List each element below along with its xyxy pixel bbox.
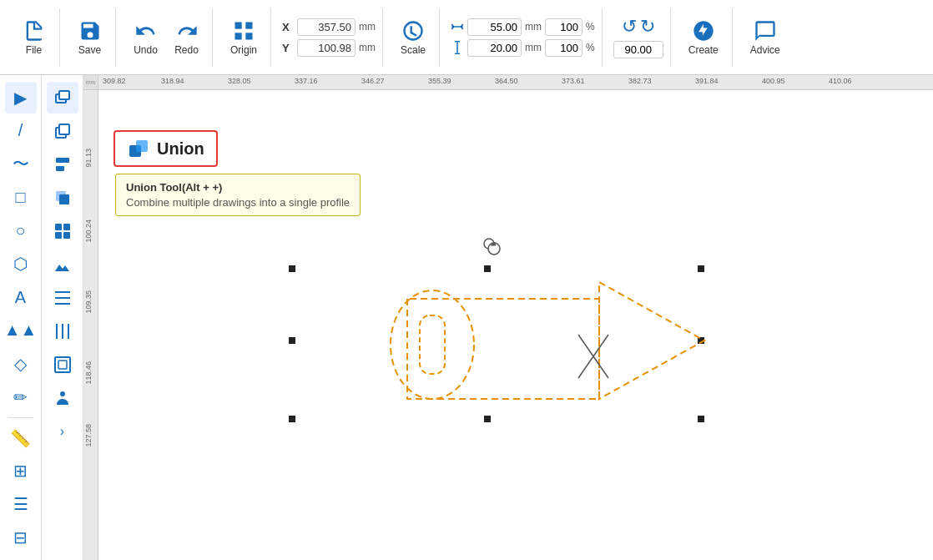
text-tool-button[interactable]: A [5,281,37,313]
rotate-input[interactable] [613,41,663,58]
ruler-tool-button[interactable]: 📏 [5,422,37,454]
x-label: X [282,21,294,33]
handle-bm[interactable] [484,416,491,422]
redo-button[interactable]: Redo [168,16,205,59]
rotate-ccw-button[interactable]: ↺ [622,16,637,38]
svg-point-24 [60,391,65,396]
width-row: mm % [451,18,595,36]
svg-rect-20 [56,324,58,339]
ruler-mark-v4: 127.58 [84,424,93,447]
union-active-button[interactable]: Union [113,130,218,167]
svg-rect-11 [59,194,69,204]
grid-tool-button[interactable]: ⊞ [5,455,37,487]
ruler-mark-v3: 118.46 [84,361,93,385]
layers-tool-button[interactable]: ☰ [5,488,37,520]
align3-icon [53,288,73,308]
select-tool-button[interactable]: ▶ [5,82,37,114]
ruler-mark-9: 391.84 [695,77,719,85]
svg-rect-3 [235,33,242,39]
height-input[interactable] [467,39,522,57]
height-pct-input[interactable] [545,39,582,57]
pencil-tool-button[interactable]: ✏ [5,381,37,413]
main-svg-drawing[interactable] [98,90,933,560]
grid2-sidebar-button[interactable] [47,215,78,247]
inner-rect[interactable] [420,315,445,374]
create-button[interactable]: Create [682,16,725,59]
rotate-cw-button[interactable]: ↻ [640,16,655,38]
union-sidebar-button[interactable] [47,82,78,114]
handle-tm[interactable] [484,265,491,272]
scale-button[interactable]: Scale [394,16,432,59]
arrow-body[interactable] [407,299,599,399]
svg-rect-5 [59,91,69,99]
mountain-tool-button[interactable]: ▲▲ [5,315,37,346]
top-toolbar: File Save Undo Redo Origin X mm [0,0,933,75]
ruler-mark-2: 328.05 [228,77,251,85]
left-sidebar: ▶ / 〜 □ ○ ⬡ A ▲▲ ◇ ✏ 📏 ⊞ ☰ ⊟ [0,75,42,560]
pen-tool-button[interactable]: / [5,115,37,147]
advice-group: Advice [737,8,794,67]
y-input[interactable] [297,39,356,57]
arrow-head[interactable] [599,282,704,399]
file-group: File [8,8,60,67]
svg-rect-17 [55,291,70,293]
svg-rect-9 [56,166,64,171]
wave-tool-button[interactable]: 〜 [5,149,37,180]
rect-tool-button[interactable]: □ [5,182,37,214]
svg-rect-18 [55,303,70,305]
width-pct-label: % [586,21,595,33]
handle-br[interactable] [698,416,704,422]
diamond-tool-button[interactable]: ◇ [5,348,37,380]
width-input[interactable] [467,18,522,36]
advice-button[interactable]: Advice [744,16,787,59]
y-unit: mm [359,42,376,53]
ruler-left: 91.13 100.24 109.35 118.46 127.58 [83,90,98,560]
subtract-sidebar-button[interactable] [47,182,78,214]
terrain-sidebar-button[interactable] [47,249,78,280]
svg-rect-7 [59,124,69,134]
y-coord-row: Y mm [282,39,376,57]
align-sidebar-button[interactable] [47,149,78,180]
more-sidebar-button[interactable]: › [47,416,78,447]
origin-button[interactable]: Origin [224,16,264,59]
handle-tl[interactable] [289,265,295,272]
union-tooltip: Union Tool(Alt + +) Combine multiple dra… [115,174,361,216]
frame-sidebar-button[interactable] [47,349,78,381]
align4-sidebar-button[interactable] [47,315,78,347]
height-icon [451,41,464,54]
circle-shape[interactable] [391,290,474,399]
ruler-mark-4: 346.27 [361,77,385,85]
y-label: Y [282,42,294,54]
duplicate-sidebar-button[interactable] [47,115,78,147]
save-button[interactable]: Save [71,16,108,59]
undo-button[interactable]: Undo [127,16,164,59]
width-icon [451,20,464,33]
svg-rect-0 [235,22,242,28]
align3-sidebar-button[interactable] [47,282,78,314]
ruler-mark-11: 410.06 [829,77,852,85]
terrain-icon [53,255,73,275]
height-row: mm % [451,39,595,57]
table-tool-button[interactable]: ⊟ [5,522,37,553]
svg-rect-15 [63,232,70,239]
ruler-mark-1: 318.94 [161,77,184,85]
ellipse-tool-button[interactable]: ○ [5,214,37,246]
align-icon [53,154,73,174]
handle-tr[interactable] [698,265,704,272]
handle-ml[interactable] [289,337,295,344]
tooltip-desc: Combine multiple drawings into a single … [126,196,350,209]
dim-group: mm % mm % [444,8,603,67]
svg-rect-2 [245,33,252,39]
file-button[interactable]: File [15,16,53,59]
width-pct-input[interactable] [545,18,582,36]
drawing-canvas[interactable]: Union Union Tool(Alt + +) Combine multip… [98,90,933,560]
person-sidebar-button[interactable] [47,382,78,414]
svg-rect-16 [55,297,70,299]
x-input[interactable] [297,18,356,36]
width-mm: mm [525,21,542,33]
ruler-mark-3: 337.16 [295,77,318,85]
xy-coord-group: X mm Y mm [275,8,383,67]
create-group: Create [675,8,733,67]
handle-bl[interactable] [289,416,295,422]
hex-tool-button[interactable]: ⬡ [5,248,37,280]
